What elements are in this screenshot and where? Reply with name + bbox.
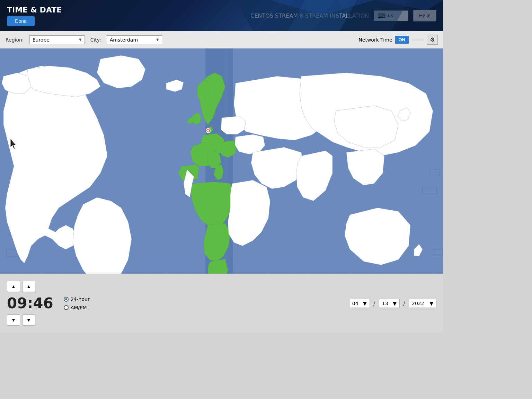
format-24h-radio[interactable]	[64, 297, 69, 302]
format-ampm-option[interactable]: AM/PM	[64, 305, 90, 310]
svg-marker-4	[374, 0, 443, 10]
network-time-label: Network Time	[358, 37, 392, 43]
keyboard-lang-value: us	[388, 13, 393, 18]
header-right: CENTOS STREAM 8-STREAM INSTALLATION ⌨ us…	[250, 10, 436, 21]
world-map[interactable]	[0, 48, 443, 274]
hours-up-button[interactable]: ▲	[7, 281, 20, 292]
network-time-area: Network Time ON ⚙	[358, 35, 438, 45]
format-controls: 24-hour AM/PM	[64, 296, 90, 310]
city-dropdown-arrow: ▼	[156, 38, 159, 42]
year-value: 2022	[412, 301, 424, 306]
format-ampm-label: AM/PM	[71, 305, 87, 310]
map-container[interactable]	[0, 48, 443, 274]
ntp-settings-button[interactable]: ⚙	[427, 35, 438, 45]
city-value: Amsterdam	[110, 37, 138, 43]
time-up-buttons: ▲ ▲	[7, 281, 35, 292]
region-label: Region:	[6, 37, 24, 43]
minutes-up-button[interactable]: ▲	[22, 281, 35, 292]
time-controls: ▲ ▲ 09:46 ▼ ▼	[7, 281, 53, 326]
day-select[interactable]: 13 ▼	[379, 299, 400, 308]
help-button[interactable]: Help!	[413, 10, 436, 21]
date-separator-2: /	[403, 300, 405, 307]
header-left: TIME & DATE Done	[7, 6, 62, 26]
month-select[interactable]: 04 ▼	[349, 299, 370, 308]
minutes-display: 46	[33, 295, 53, 312]
keyboard-input[interactable]: ⌨ us	[374, 10, 408, 21]
toolbar: Region: Europe ▼ City: Amsterdam ▼ Netwo…	[0, 31, 443, 48]
format-ampm-radio[interactable]	[64, 305, 69, 310]
city-select[interactable]: Amsterdam ▼	[107, 35, 162, 44]
region-value: Europe	[33, 37, 50, 43]
install-title: CENTOS STREAM 8-STREAM INSTALLATION	[250, 12, 369, 19]
day-value: 13	[382, 301, 388, 306]
day-dropdown-arrow: ▼	[393, 301, 397, 306]
region-select[interactable]: Europe ▼	[29, 35, 85, 44]
done-button[interactable]: Done	[7, 16, 35, 26]
minutes-down-button[interactable]: ▼	[22, 314, 35, 326]
format-24h-option[interactable]: 24-hour	[64, 296, 90, 302]
region-dropdown-arrow: ▼	[79, 38, 82, 42]
month-dropdown-arrow: ▼	[363, 301, 367, 306]
time-display: 09:46	[7, 293, 53, 313]
format-24h-label: 24-hour	[71, 296, 90, 302]
year-dropdown-arrow: ▼	[429, 301, 433, 306]
hours-down-button[interactable]: ▼	[7, 314, 20, 326]
header: TIME & DATE Done CENTOS STREAM 8-STREAM …	[0, 0, 443, 31]
keyboard-icon: ⌨	[378, 12, 385, 19]
date-separator-1: /	[373, 300, 375, 307]
time-down-buttons: ▼ ▼	[7, 314, 35, 326]
app-title: TIME & DATE	[7, 6, 62, 14]
network-time-toggle-off[interactable]	[411, 38, 424, 41]
hours-display: 09	[7, 295, 27, 312]
bottom-bar: ▲ ▲ 09:46 ▼ ▼ 24-hour AM/PM 04 ▼ / 13 ▼	[0, 274, 443, 332]
network-time-toggle-on[interactable]: ON	[395, 36, 409, 44]
svg-point-36	[207, 130, 209, 132]
month-value: 04	[352, 301, 358, 306]
city-label: City:	[90, 37, 101, 43]
year-select[interactable]: 2022 ▼	[409, 299, 436, 308]
date-controls: 04 ▼ / 13 ▼ / 2022 ▼	[349, 299, 436, 308]
